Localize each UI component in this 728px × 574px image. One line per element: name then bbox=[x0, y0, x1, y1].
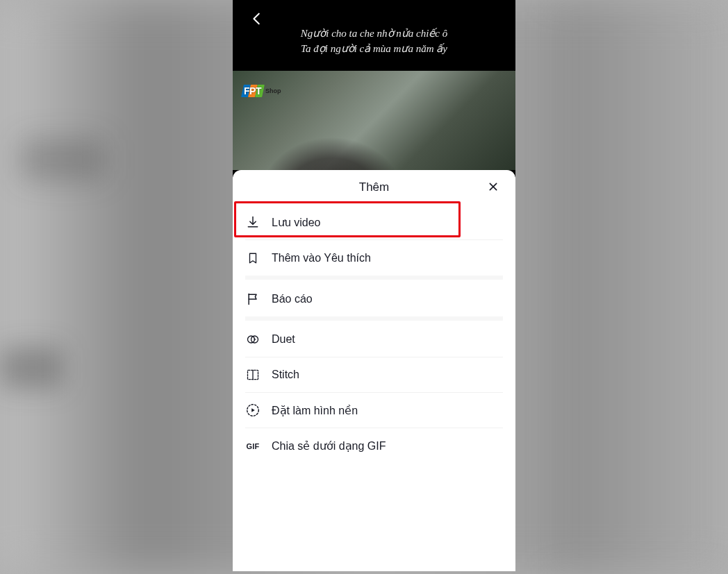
menu-item-save-video[interactable]: Lưu video bbox=[245, 205, 503, 240]
menu-label: Duet bbox=[272, 333, 295, 346]
svg-marker-7 bbox=[254, 338, 256, 340]
flag-icon bbox=[245, 292, 260, 307]
menu-list: Lưu video Thêm vào Yêu thích Báo cá bbox=[233, 205, 515, 464]
stitch-icon bbox=[245, 367, 260, 382]
close-icon[interactable] bbox=[486, 180, 500, 194]
menu-label: Thêm vào Yêu thích bbox=[272, 252, 371, 264]
lyric-line: Người cho ta che nhờ nửa chiếc ô bbox=[233, 26, 515, 42]
menu-label: Đặt làm hình nền bbox=[272, 404, 358, 417]
sheet-title: Thêm bbox=[359, 180, 389, 194]
download-icon bbox=[245, 214, 260, 230]
duet-icon bbox=[245, 332, 260, 347]
menu-item-report[interactable]: Báo cáo bbox=[245, 281, 503, 316]
menu-label: Báo cáo bbox=[272, 293, 313, 305]
video-thumbnail: FPT Shop bbox=[233, 71, 515, 170]
menu-item-stitch[interactable]: Stitch bbox=[245, 357, 503, 393]
bottom-sheet: Thêm Lưu video bbox=[233, 170, 515, 571]
menu-label: Lưu video bbox=[272, 216, 321, 229]
lyric-line: Ta đợi người cả mùa mưa năm ấy bbox=[233, 42, 515, 57]
video-caption: Người cho ta che nhờ nửa chiếc ô Ta đợi … bbox=[233, 8, 515, 57]
wallpaper-icon bbox=[245, 403, 260, 418]
menu-label: Stitch bbox=[272, 369, 299, 381]
bookmark-icon bbox=[245, 251, 260, 266]
fpt-shop-text: Shop bbox=[265, 87, 281, 94]
menu-item-duet[interactable]: Duet bbox=[245, 322, 503, 357]
sheet-header: Thêm bbox=[233, 170, 515, 205]
fpt-watermark: FPT Shop bbox=[242, 85, 281, 97]
fpt-logo-text: FPT bbox=[244, 85, 261, 96]
menu-item-add-favorite[interactable]: Thêm vào Yêu thích bbox=[245, 240, 503, 276]
menu-item-share-gif[interactable]: GIF Chia sẻ dưới dạng GIF bbox=[245, 428, 503, 464]
menu-item-set-wallpaper[interactable]: Đặt làm hình nền bbox=[245, 393, 503, 428]
svg-marker-11 bbox=[251, 408, 255, 412]
phone-frame: Người cho ta che nhờ nửa chiếc ô Ta đợi … bbox=[233, 0, 515, 571]
menu-label: Chia sẻ dưới dạng GIF bbox=[272, 439, 386, 453]
video-header: Người cho ta che nhờ nửa chiếc ô Ta đợi … bbox=[233, 0, 515, 71]
gif-icon: GIF bbox=[245, 439, 260, 454]
back-arrow-icon[interactable] bbox=[249, 11, 265, 26]
